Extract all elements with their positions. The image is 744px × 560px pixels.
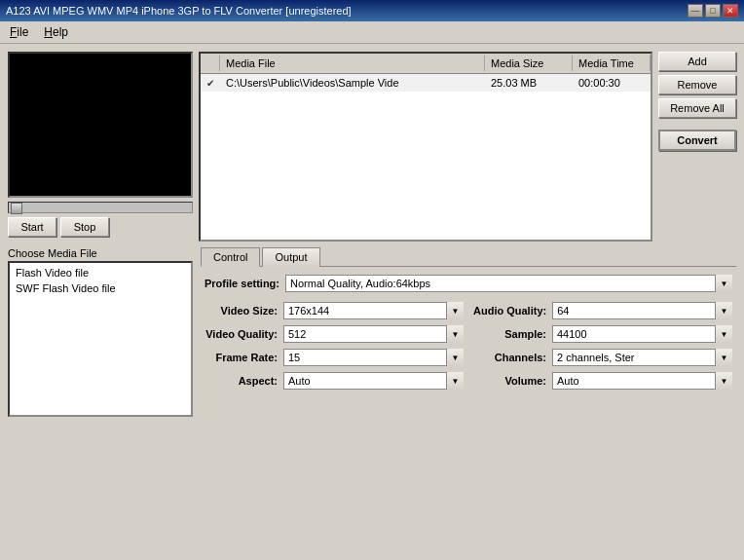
remove-button[interactable]: Remove	[658, 75, 736, 94]
sample-row: Sample: 44100 ▼	[473, 325, 732, 343]
audio-quality-select-wrapper: 64 ▼	[552, 302, 732, 319]
tab-output[interactable]: Output	[262, 247, 319, 267]
tab-bar: Control Output	[201, 247, 736, 267]
row-file: C:\Users\Public\Videos\Sample Vide	[220, 76, 485, 90]
video-quality-select-wrapper: 512 ▼	[283, 325, 464, 343]
frame-rate-row: Frame Rate: 15 ▼	[205, 349, 464, 366]
row-time: 00:00:30	[573, 76, 651, 90]
audio-quality-select[interactable]: 64	[552, 302, 732, 319]
window-title: A123 AVI MPEG WMV MP4 iPhone 3GP to FLV …	[6, 5, 352, 17]
settings-panel: Control Output Profile setting: Normal Q…	[201, 247, 736, 417]
list-item[interactable]: Flash Video file	[12, 265, 189, 280]
media-chooser: Choose Media File Flash Video file SWF F…	[8, 247, 193, 417]
header-media-file: Media File	[220, 56, 485, 71]
video-quality-row: Video Quality: 512 ▼	[205, 325, 464, 343]
media-type-list[interactable]: Flash Video file SWF Flash Video file	[8, 261, 193, 417]
remove-all-button[interactable]: Remove All	[658, 98, 736, 118]
frame-rate-label: Frame Rate:	[205, 352, 278, 363]
profile-select[interactable]: Normal Quality, Audio:64kbps	[285, 275, 732, 292]
video-quality-select[interactable]: 512	[283, 325, 464, 343]
channels-row: Channels: 2 channels, Ster ▼	[473, 349, 732, 366]
video-size-select-wrapper: 176x144 ▼	[283, 302, 464, 319]
close-button[interactable]: ✕	[723, 4, 738, 18]
menu-help[interactable]: Help	[38, 23, 74, 41]
volume-label: Volume:	[473, 375, 546, 387]
audio-quality-row: Audio Quality: 64 ▼	[473, 302, 732, 319]
profile-label: Profile setting:	[205, 278, 279, 289]
file-list-section: Media File Media Size Media Time ✔ C:\Us…	[199, 52, 652, 242]
profile-select-wrapper: Normal Quality, Audio:64kbps ▼	[285, 275, 732, 292]
menu-file[interactable]: File	[4, 23, 34, 41]
bottom-section: Choose Media File Flash Video file SWF F…	[8, 247, 736, 417]
settings-grid: Video Size: 176x144 ▼ Audio Quality: 64	[201, 298, 736, 393]
row-check[interactable]: ✔	[201, 76, 220, 90]
header-media-time: Media Time	[573, 56, 651, 71]
channels-select[interactable]: 2 channels, Ster	[552, 349, 732, 366]
title-bar: A123 AVI MPEG WMV MP4 iPhone 3GP to FLV …	[0, 0, 744, 21]
list-item[interactable]: SWF Flash Video file	[12, 280, 189, 296]
media-chooser-label: Choose Media File	[8, 247, 193, 259]
start-button[interactable]: Start	[8, 217, 56, 237]
video-size-row: Video Size: 176x144 ▼	[205, 302, 464, 319]
channels-label: Channels:	[473, 352, 546, 363]
main-content: Start Stop Media File Media Size Media T…	[0, 44, 744, 425]
stop-button[interactable]: Stop	[60, 217, 109, 237]
video-size-select[interactable]: 176x144	[283, 302, 464, 319]
add-button[interactable]: Add	[658, 52, 736, 71]
frame-rate-select[interactable]: 15	[283, 349, 464, 366]
volume-select[interactable]: Auto	[552, 372, 732, 390]
maximize-button[interactable]: □	[705, 4, 721, 18]
playback-controls: Start Stop	[8, 217, 193, 237]
sample-select[interactable]: 44100	[552, 325, 732, 343]
row-size: 25.03 MB	[485, 76, 573, 90]
volume-row: Volume: Auto ▼	[473, 372, 732, 390]
buttons-panel: Add Remove Remove All Convert	[658, 52, 736, 242]
video-preview-panel: Start Stop	[8, 52, 193, 242]
video-size-label: Video Size:	[205, 305, 278, 317]
minimize-button[interactable]: —	[688, 4, 703, 18]
aspect-label: Aspect:	[205, 375, 278, 387]
table-row[interactable]: ✔ C:\Users\Public\Videos\Sample Vide 25.…	[201, 74, 651, 92]
aspect-select-wrapper: Auto ▼	[283, 372, 464, 390]
sample-select-wrapper: 44100 ▼	[552, 325, 732, 343]
sample-label: Sample:	[473, 328, 546, 340]
aspect-select[interactable]: Auto	[283, 372, 464, 390]
progress-bar[interactable]	[8, 202, 193, 213]
aspect-row: Aspect: Auto ▼	[205, 372, 464, 390]
menu-bar: File Help	[0, 21, 744, 44]
file-list-header: Media File Media Size Media Time	[201, 54, 651, 74]
audio-quality-label: Audio Quality:	[473, 305, 546, 317]
header-check	[201, 56, 220, 71]
convert-button[interactable]: Convert	[658, 130, 736, 151]
top-section: Start Stop Media File Media Size Media T…	[8, 52, 736, 242]
video-quality-label: Video Quality:	[205, 328, 278, 340]
header-media-size: Media Size	[485, 56, 573, 71]
frame-rate-select-wrapper: 15 ▼	[283, 349, 464, 366]
progress-thumb[interactable]	[11, 203, 22, 214]
channels-select-wrapper: 2 channels, Ster ▼	[552, 349, 732, 366]
volume-select-wrapper: Auto ▼	[552, 372, 732, 390]
tab-control[interactable]: Control	[201, 247, 260, 267]
window-controls: — □ ✕	[688, 4, 738, 18]
video-screen	[8, 52, 193, 198]
